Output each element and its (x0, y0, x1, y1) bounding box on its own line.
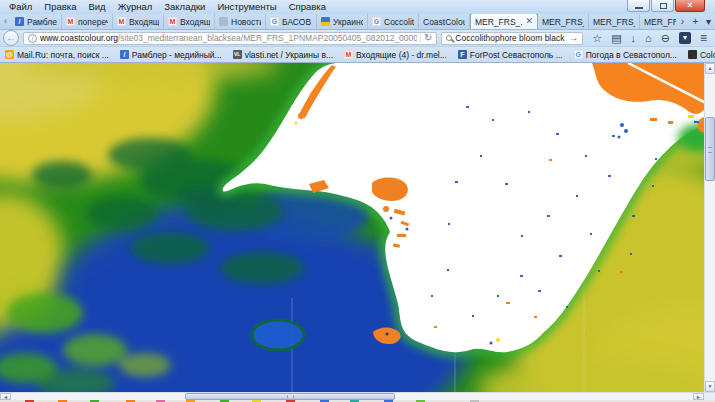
tab[interactable]: MER_FRS_1P... (589, 14, 640, 29)
navigation-toolbar: ← i www.coastcolour.org/site03_mediterra… (0, 30, 715, 47)
tab-label: MER_FRS_1P... (542, 17, 584, 27)
tab[interactable]: MВходящи... (164, 14, 215, 29)
tab-label: MER_FRS_... (475, 17, 522, 27)
list-all-tabs-button[interactable]: ▾ (702, 14, 715, 29)
tab-label: Рамблер... (27, 17, 57, 27)
gmail-favicon: M (66, 17, 75, 26)
google-favicon: G (372, 17, 381, 26)
tab[interactable]: MER_FRS_1P... (538, 14, 589, 29)
tab[interactable]: Новости ... (215, 14, 266, 29)
tab-label: MER_FRS_1P... (644, 17, 676, 27)
scroll-tabs-left-button[interactable]: ‹ (0, 14, 11, 29)
tab[interactable]: Mпопереч... (62, 14, 113, 29)
menu-item[interactable]: Вид (82, 0, 111, 14)
url-bar[interactable]: i www.coastcolour.org/site03_mediterrane… (23, 32, 437, 45)
new-tab-button[interactable]: + (689, 14, 702, 29)
bookmark-item[interactable]: /Рамблер - медийный... (120, 50, 222, 60)
vertical-scrollbar-track[interactable] (705, 74, 715, 381)
bookmark-label: ForPost Севастополь ... (470, 50, 563, 60)
window-controls: × (627, 0, 705, 12)
bookmark-item[interactable]: VLvlasti.net / Украины в... (233, 50, 333, 60)
mailru-favicon: @ (5, 50, 14, 59)
vertical-scrollbar-thumb[interactable] (705, 117, 715, 181)
rambler-favicon: / (120, 50, 129, 59)
tab[interactable]: /Рамблер... (11, 14, 62, 29)
bookmark-label: Погода в Севастопол... (586, 50, 677, 60)
bookmark-item[interactable]: Colonel Cassad (688, 50, 715, 60)
horizontal-scrollbar[interactable]: ◄ ► (0, 392, 704, 400)
tabs-container: /Рамблер...Mпопереч...MВходящи...MВходящ… (11, 14, 676, 29)
gmail-favicon: M (344, 50, 353, 59)
tab-active[interactable]: MER_FRS_...✕ (470, 14, 538, 29)
tab-label: MER_FRS_1P... (593, 17, 635, 27)
tab-label: CoastColour ... (423, 17, 465, 27)
minimize-button[interactable] (627, 0, 650, 12)
scroll-tabs-right-button[interactable]: › (676, 14, 689, 29)
search-icon (446, 35, 452, 41)
vertical-scrollbar[interactable]: ▲ ▼ (704, 63, 715, 392)
bookmark-star-icon[interactable]: ☆ (592, 32, 602, 45)
bookmark-item[interactable]: FForPost Севастополь ... (458, 50, 563, 60)
site-grey-favicon (219, 17, 228, 26)
tab-label: Украинс... (333, 17, 363, 27)
horizontal-scrollbar-track[interactable] (11, 393, 693, 400)
menu-item[interactable]: Закладки (158, 0, 211, 14)
url-text: www.coastcolour.org/site03_mediterranean… (40, 33, 417, 43)
menu-item[interactable]: Справка (283, 0, 332, 14)
tab-label: БАСОВ Р... (282, 17, 312, 27)
bookmark-item[interactable]: GПогода в Севастопол... (574, 50, 677, 60)
search-go-icon[interactable]: → (568, 33, 578, 43)
browser-content: ▲ ▼ (0, 63, 715, 392)
search-input[interactable] (455, 33, 565, 43)
app-menu-icon[interactable]: ≡ (700, 32, 707, 45)
close-button[interactable]: × (675, 0, 705, 12)
tab-close-icon[interactable]: ✕ (525, 17, 533, 26)
bookmarks-menu-icon[interactable]: ▤ (611, 32, 621, 45)
extension-badge-icon[interactable]: ▾ (679, 32, 691, 44)
google-favicon: G (270, 17, 279, 26)
tab[interactable]: MER_FRS_1P... (640, 14, 676, 29)
tab[interactable]: GCoccolith... (368, 14, 419, 29)
site-info-icon[interactable]: i (28, 34, 37, 43)
home-icon[interactable]: ⌂ (645, 32, 652, 45)
google-favicon: G (574, 50, 583, 59)
bookmark-item[interactable]: @Mail.Ru: почта, поиск ... (5, 50, 109, 60)
cassad-favicon (688, 50, 697, 59)
tab-label: Новости ... (231, 17, 261, 27)
bookmark-item[interactable]: MВходящие (4) - dr.mel... (344, 50, 447, 60)
horizontal-scrollbar-thumb[interactable] (185, 393, 395, 400)
tab-label: Входящи... (129, 17, 159, 27)
menu-item[interactable]: Журнал (112, 0, 159, 14)
scroll-up-button[interactable]: ▲ (705, 63, 715, 74)
menu-item[interactable]: Файл (3, 0, 38, 14)
horizontal-scrollbar-row: ◄ ► (0, 392, 715, 400)
adblock-icon[interactable]: ⊖ (661, 32, 670, 45)
scroll-left-button[interactable]: ◄ (0, 393, 11, 400)
bookmark-label: Рамблер - медийный... (132, 50, 222, 60)
back-button[interactable]: ← (3, 30, 19, 46)
ukraine-favicon (321, 17, 330, 26)
bookmarks-bar: @Mail.Ru: почта, поиск .../Рамблер - мед… (0, 47, 715, 63)
forpost-favicon: F (458, 50, 467, 59)
tab[interactable]: GБАСОВ Р... (266, 14, 317, 29)
menu-bar: ФайлПравкаВидЖурналЗакладкиИнструментыСп… (0, 0, 715, 14)
restore-button[interactable] (651, 0, 674, 12)
scroll-down-button[interactable]: ▼ (705, 381, 715, 392)
toolbar-icons: ☆▤↓⌂⊖▾≡ (587, 32, 712, 45)
bookmark-label: Mail.Ru: почта, поиск ... (17, 50, 109, 60)
tab[interactable]: MВходящи... (113, 14, 164, 29)
tab-bar: ‹ /Рамблер...Mпопереч...MВходящи...MВход… (0, 14, 715, 30)
minimize-icon (635, 7, 643, 9)
scroll-right-button[interactable]: ► (693, 393, 704, 400)
menu-item[interactable]: Правка (38, 0, 82, 14)
downloads-icon[interactable]: ↓ (631, 32, 637, 45)
search-box[interactable]: → (441, 32, 583, 45)
tab[interactable]: Украинс... (317, 14, 368, 29)
tab[interactable]: CoastColour ... (419, 14, 470, 29)
menu-item[interactable]: Инструменты (211, 0, 282, 14)
tab-label: Входящи... (180, 17, 210, 27)
reload-icon[interactable]: ↻ (420, 33, 432, 43)
tab-label: попереч... (78, 17, 108, 27)
bookmark-label: Colonel Cassad (700, 50, 715, 60)
bookmark-label: vlasti.net / Украины в... (245, 50, 333, 60)
